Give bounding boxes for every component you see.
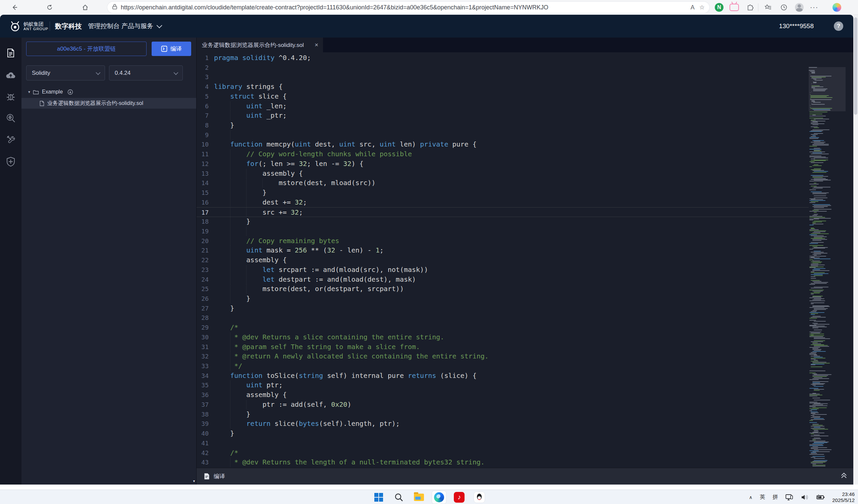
code-line[interactable]: 40 } — [196, 428, 809, 438]
minimap-slider[interactable] — [809, 67, 846, 111]
clock[interactable]: 23:46 2025/5/12 — [832, 491, 855, 503]
compile-button[interactable]: 编译 — [152, 42, 191, 56]
edge-browser-icon[interactable] — [432, 491, 446, 504]
tree-folder-example[interactable]: ▾ Example — [21, 86, 196, 97]
scan-search-icon[interactable] — [5, 112, 17, 124]
code-line[interactable]: 25 mstore(dest, or(destpart, srcpart)) — [196, 284, 809, 294]
code-line[interactable]: 6 uint _len; — [196, 101, 809, 111]
security-shield-icon[interactable] — [5, 156, 17, 168]
code-line[interactable]: 1pragma solidity ^0.4.20; — [196, 53, 809, 63]
cloud-upload-icon[interactable] — [5, 69, 17, 81]
code-line[interactable]: 22 assembly { — [196, 255, 809, 265]
code-line[interactable]: 5 struct slice { — [196, 92, 809, 101]
code-line[interactable]: 20 // Copy remaining bytes — [196, 236, 809, 246]
code-line[interactable]: 10 function memcpy(uint dest, uint src, … — [196, 140, 809, 149]
code-line[interactable]: 23 let srcpart := and(mload(src), not(ma… — [196, 265, 809, 275]
code-line[interactable]: 2 — [196, 63, 809, 72]
panel-scroll-down-arrow[interactable]: ▼ — [192, 479, 195, 483]
minimap[interactable] — [809, 67, 846, 468]
chain-select-button[interactable]: a00e36c5 - 开放联盟链 — [26, 42, 147, 56]
copilot-icon[interactable] — [831, 2, 843, 13]
profile-avatar-icon[interactable] — [794, 2, 805, 13]
folder-icon — [33, 90, 39, 95]
collections-icon[interactable] — [762, 2, 774, 13]
extensions-puzzle-icon[interactable] — [745, 2, 756, 13]
tab-active-file[interactable]: 业务逻辑数据浏览器展示合约-solidity.sol × — [196, 37, 323, 52]
battery-charging-icon[interactable] — [816, 493, 825, 501]
more-menu-icon[interactable]: ··· — [808, 2, 820, 13]
code-line[interactable]: 13 assembly { — [196, 169, 809, 178]
favorite-star-icon[interactable]: ☆ — [699, 4, 705, 11]
url-text[interactable]: https://openchain.antdigital.com/cloudid… — [121, 4, 686, 11]
back-icon[interactable] — [9, 1, 21, 13]
tray-chevron-icon[interactable]: ∧ — [749, 494, 752, 500]
code-line[interactable]: 15 } — [196, 188, 809, 197]
code-line[interactable]: 18 } — [196, 217, 809, 226]
code-line[interactable]: 12 for(; len >= 32; len -= 32) { — [196, 159, 809, 169]
browser-page-scrollbar[interactable] — [853, 15, 858, 490]
home-icon[interactable] — [79, 1, 91, 13]
code-line[interactable]: 41 — [196, 438, 809, 448]
code-line[interactable]: 32 * @return A newly allocated slice con… — [196, 352, 809, 361]
netease-music-icon[interactable]: ♪ — [452, 491, 466, 504]
tree-file-solidity[interactable]: 业务逻辑数据浏览器展示合约-solidity.sol — [21, 98, 196, 109]
address-bar[interactable]: https://openchain.antdigital.com/cloudid… — [107, 2, 710, 13]
minimap-row — [812, 193, 829, 193]
code-line[interactable]: 3 — [196, 72, 809, 82]
code-line[interactable]: 24 let destpart := and(mload(dest), mask… — [196, 275, 809, 284]
code-line[interactable]: 28 — [196, 313, 809, 323]
code-line[interactable]: 36 assembly { — [196, 390, 809, 400]
bilibili-icon[interactable] — [729, 2, 740, 13]
version-select[interactable]: 0.4.24 — [109, 65, 183, 80]
code-line[interactable]: 39 return slice(bytes(self).length, ptr)… — [196, 419, 809, 428]
code-line[interactable]: 21 uint mask = 256 ** (32 - len) - 1; — [196, 245, 809, 255]
code-line[interactable]: 37 ptr := add(self, 0x20) — [196, 400, 809, 409]
code-line[interactable]: 19 — [196, 226, 809, 236]
read-aloud-icon[interactable]: A — [690, 4, 695, 11]
code-line[interactable]: 17 src += 32; — [196, 207, 809, 217]
extension-n-icon[interactable]: N — [713, 2, 725, 13]
code-line[interactable]: 11 // Copy word-length chunks while poss… — [196, 149, 809, 159]
ime-english-indicator[interactable]: 英 — [760, 493, 765, 501]
menu-products[interactable]: 产品与服务 — [122, 15, 161, 37]
search-icon[interactable] — [392, 491, 406, 504]
menu-console[interactable]: 管理控制台 — [88, 15, 120, 37]
start-button-icon[interactable] — [372, 491, 386, 504]
code-line[interactable]: 38 } — [196, 409, 809, 419]
file-explorer-icon[interactable] — [412, 491, 426, 504]
code-editor[interactable]: 1pragma solidity ^0.4.20;234library stri… — [196, 52, 854, 468]
debug-bug-icon[interactable] — [5, 91, 17, 103]
qq-icon[interactable] — [472, 491, 486, 504]
code-line[interactable]: 42 /* — [196, 448, 809, 458]
code-line[interactable]: 4library strings { — [196, 82, 809, 92]
code-line[interactable]: 9 — [196, 130, 809, 140]
code-line[interactable]: 33 */ — [196, 361, 809, 371]
volume-icon[interactable] — [801, 493, 809, 501]
code-line[interactable]: 30 * @dev Returns a slice containing the… — [196, 332, 809, 342]
code-line[interactable]: 8 } — [196, 120, 809, 130]
code-line[interactable]: 16 dest += 32; — [196, 197, 809, 207]
menu-digital-tech[interactable]: 数字科技 — [55, 15, 82, 37]
expand-panel-chevrons-icon[interactable] — [840, 471, 848, 481]
code-line[interactable]: 34 function toSlice(string self) interna… — [196, 371, 809, 380]
network-monitor-icon[interactable] — [785, 493, 793, 501]
code-line[interactable]: 29 /* — [196, 323, 809, 332]
code-line[interactable]: 14 mstore(dest, mload(src)) — [196, 178, 809, 188]
download-template-icon[interactable] — [67, 89, 73, 95]
tools-icon[interactable] — [5, 133, 17, 146]
scrollbar-thumb[interactable] — [854, 17, 857, 115]
code-line[interactable]: 35 uint ptr; — [196, 380, 809, 390]
history-icon[interactable] — [778, 2, 790, 13]
help-button[interactable]: ? — [834, 21, 843, 31]
code-line[interactable]: 26 } — [196, 294, 809, 304]
code-line[interactable]: 43 * @dev Returns the length of a null-t… — [196, 457, 809, 467]
file-explorer-icon[interactable] — [5, 47, 17, 59]
ime-pinyin-indicator[interactable]: 拼 — [773, 493, 778, 501]
code-line[interactable]: 27 } — [196, 304, 809, 313]
code-line[interactable]: 31 * @param self The string to make a sl… — [196, 342, 809, 352]
tab-close-icon[interactable]: × — [315, 41, 318, 49]
code-line[interactable]: 7 uint _ptr; — [196, 111, 809, 120]
language-select[interactable]: Solidity — [26, 65, 105, 80]
refresh-icon[interactable] — [44, 1, 56, 13]
tree-expand-caret[interactable]: ▾ — [28, 90, 30, 94]
